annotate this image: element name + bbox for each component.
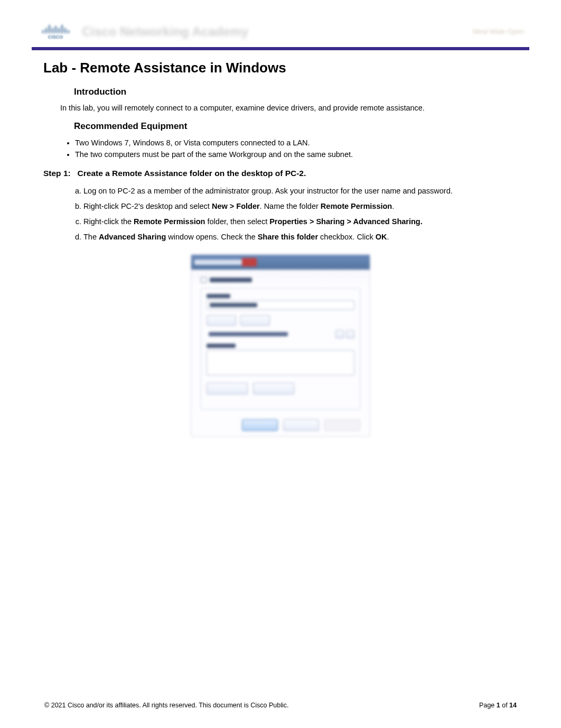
dialog-footer-buttons bbox=[242, 419, 360, 431]
page-total: 14 bbox=[509, 702, 517, 709]
step-item-bold: Remote Permission bbox=[321, 202, 392, 210]
step-label-text: Create a Remote Assistance folder on the… bbox=[78, 169, 306, 178]
cisco-logo: CISCO bbox=[37, 21, 74, 42]
step-item-text: Right-click the bbox=[83, 217, 134, 226]
spinner-up-icon bbox=[335, 330, 344, 338]
step-1-heading: Step 1: Create a Remote Assistance folde… bbox=[43, 169, 529, 178]
limit-spinner bbox=[335, 330, 354, 338]
step-item-text: window opens. Check the bbox=[166, 233, 257, 241]
share-name-label bbox=[207, 294, 230, 298]
introduction-heading: Introduction bbox=[74, 87, 529, 97]
step-item-text: . bbox=[387, 233, 389, 241]
step-label-prefix: Step 1: bbox=[43, 169, 71, 178]
step-item-text: folder, then select bbox=[205, 217, 269, 226]
step-item-bold: Remote Permission bbox=[134, 217, 205, 226]
equipment-heading: Recommended Equipment bbox=[74, 121, 529, 132]
step-item-text: . bbox=[392, 202, 394, 210]
share-folder-label bbox=[210, 278, 252, 282]
step-item-bold: Share this folder bbox=[258, 233, 318, 241]
introduction-text: In this lab, you will remotely connect t… bbox=[60, 103, 529, 114]
apply-button bbox=[324, 419, 360, 431]
dialog-title-text bbox=[194, 260, 242, 265]
page-of: of bbox=[500, 702, 509, 709]
header-banner: CISCO Cisco Networking Academy Mind Wide… bbox=[32, 16, 529, 50]
share-checkbox-row bbox=[201, 277, 360, 283]
step-item-text: . Name the folder bbox=[260, 202, 321, 210]
banner-tagline: Mind Wide Open bbox=[473, 27, 524, 35]
banner-title: Cisco Networking Academy bbox=[82, 24, 473, 39]
cancel-button bbox=[283, 419, 319, 431]
settings-group bbox=[201, 288, 360, 410]
cisco-logo-text: CISCO bbox=[48, 34, 63, 40]
step-item-bold: New > Folder bbox=[212, 202, 260, 210]
step-item-d: The Advanced Sharing window opens. Check… bbox=[83, 229, 508, 245]
caching-button bbox=[253, 383, 294, 394]
step-item-a: Log on to PC-2 as a member of the admini… bbox=[83, 183, 508, 199]
perm-cache-row bbox=[207, 383, 354, 394]
step-item-b: Right-click PC-2's desktop and select Ne… bbox=[83, 199, 508, 214]
remove-button bbox=[240, 315, 270, 326]
step-instruction-list: Log on to PC-2 as a member of the admini… bbox=[83, 183, 508, 245]
permissions-button bbox=[207, 383, 248, 394]
cisco-logo-bars-icon bbox=[42, 24, 69, 33]
share-folder-checkbox bbox=[201, 277, 207, 283]
page-prefix: Page bbox=[479, 702, 497, 709]
step-item-c: Right-click the Remote Permission folder… bbox=[83, 214, 508, 229]
add-button bbox=[207, 315, 236, 326]
limit-users-label bbox=[209, 332, 288, 336]
step-item-text: checkbox. Click bbox=[318, 233, 376, 241]
page-current: 1 bbox=[497, 702, 500, 709]
limit-users-row bbox=[207, 330, 354, 338]
dialog-body bbox=[191, 270, 370, 417]
dialog-titlebar bbox=[191, 255, 370, 270]
share-name-field bbox=[207, 300, 354, 310]
footer-copyright: © 2021 Cisco and/or its affiliates. All … bbox=[44, 702, 288, 709]
share-name-value bbox=[210, 303, 257, 307]
equipment-item: Two Windows 7, Windows 8, or Vista compu… bbox=[75, 137, 529, 149]
comments-field bbox=[207, 350, 354, 375]
page-title: Lab - Remote Assistance in Windows bbox=[43, 60, 529, 76]
step-item-text: The bbox=[83, 233, 99, 241]
step-item-text: Log on to PC-2 as a member of the admini… bbox=[83, 187, 453, 195]
step-item-text: Right-click PC-2's desktop and select bbox=[83, 202, 212, 210]
step-item-bold: Advanced Sharing bbox=[99, 233, 166, 241]
equipment-list: Two Windows 7, Windows 8, or Vista compu… bbox=[75, 137, 529, 160]
ok-button bbox=[242, 419, 278, 431]
step-item-bold: Properties > Sharing > Advanced Sharing. bbox=[269, 217, 423, 226]
add-remove-row bbox=[207, 315, 354, 326]
page-footer: © 2021 Cisco and/or its affiliates. All … bbox=[44, 702, 517, 709]
close-icon bbox=[242, 258, 257, 266]
footer-page-number: Page 1 of 14 bbox=[479, 702, 517, 709]
comments-label bbox=[207, 344, 236, 348]
advanced-sharing-screenshot bbox=[191, 254, 370, 437]
equipment-item: The two computers must be part of the sa… bbox=[75, 149, 529, 160]
spinner-down-icon bbox=[346, 330, 354, 338]
step-item-bold: OK bbox=[376, 233, 387, 241]
document-page: CISCO Cisco Networking Academy Mind Wide… bbox=[0, 0, 561, 728]
